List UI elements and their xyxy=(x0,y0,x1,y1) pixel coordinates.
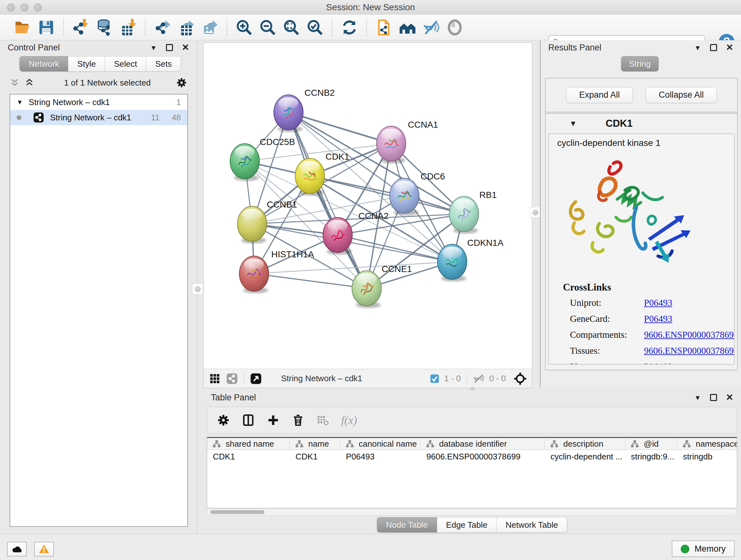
collapse-panel-icon[interactable]: ▼ xyxy=(694,394,701,401)
left-splitter-handle[interactable] xyxy=(192,284,203,294)
function-builder-icon[interactable]: f(x) xyxy=(341,414,357,427)
expand-all-networks-icon[interactable] xyxy=(24,78,35,87)
table-settings-icon[interactable] xyxy=(217,414,230,427)
pan-crosshair-icon[interactable] xyxy=(514,372,527,385)
tab-sets[interactable]: Sets xyxy=(146,56,181,71)
network-node-HIST1H1A[interactable]: HIST1H1A xyxy=(239,249,314,294)
clear-table-icon[interactable] xyxy=(316,414,330,427)
network-node-CDC6[interactable]: CDC6 xyxy=(390,172,445,215)
node-label: CDC6 xyxy=(421,172,445,181)
export-table-icon[interactable] xyxy=(178,19,195,36)
float-panel-icon[interactable] xyxy=(710,394,717,401)
crosslinks-heading: CrossLinks xyxy=(563,282,735,293)
crosslink-link[interactable]: P06493 xyxy=(644,298,672,308)
crosslink-link[interactable]: 9606.ENSP00000378699 xyxy=(644,346,735,356)
import-network-from-file-icon[interactable] xyxy=(72,19,89,36)
network-options-gear-icon[interactable] xyxy=(176,77,187,88)
tab-string[interactable]: String xyxy=(621,56,659,71)
table-cell: CDK1 xyxy=(207,452,290,462)
import-network-from-database-icon[interactable] xyxy=(96,19,113,36)
grid-view-icon[interactable] xyxy=(209,373,221,385)
zoom-in-icon[interactable] xyxy=(235,19,253,36)
tab-node-table[interactable]: Node Table xyxy=(377,517,437,533)
expand-all-button[interactable]: Expand All xyxy=(566,87,633,103)
gene-description: cyclin-dependent kinase 1 xyxy=(549,134,734,148)
tab-edge-table[interactable]: Edge Table xyxy=(437,517,497,533)
table-row[interactable]: CDK1CDK1P064939606.ENSP00000378699cyclin… xyxy=(207,450,737,463)
crosslink-row: Uniprot:P06493 xyxy=(563,298,735,308)
crosslink-label: Compartments: xyxy=(563,329,644,340)
network-node-CDKN1A[interactable]: CDKN1A xyxy=(437,238,503,282)
save-session-icon[interactable] xyxy=(38,19,55,36)
edge-count: 48 xyxy=(172,113,181,123)
collapse-panel-icon[interactable]: ▼ xyxy=(694,44,701,51)
network-node-RB1[interactable]: RB1 xyxy=(449,190,496,234)
column-header-databaseidentifier[interactable]: database identifier xyxy=(421,438,545,449)
export-image-icon[interactable] xyxy=(201,19,218,36)
network-tree-row[interactable]: ▼String Network – cdk11 xyxy=(10,95,187,110)
fit-content-icon[interactable] xyxy=(283,19,300,36)
column-header-namespace[interactable]: namespace xyxy=(677,438,737,449)
column-header-canonicalname[interactable]: canonical name xyxy=(340,438,421,449)
close-panel-icon[interactable]: ✕ xyxy=(726,43,733,52)
network-view-toolbar: String Network – cdk1 1 - 0 0 - 0 xyxy=(204,369,532,388)
import-table-from-file-icon[interactable] xyxy=(119,19,137,36)
hidden-eye-slash-icon[interactable] xyxy=(473,373,485,385)
close-panel-icon[interactable]: ✕ xyxy=(726,393,733,402)
network-node-CCNB2[interactable]: CCNB2 xyxy=(274,88,335,132)
zoom-selected-icon[interactable] xyxy=(307,19,324,36)
main-toolbar: ? xyxy=(0,15,741,40)
add-column-icon[interactable] xyxy=(266,414,280,427)
scrollbar-thumb[interactable] xyxy=(210,510,265,514)
table-horizontal-scrollbar[interactable] xyxy=(207,509,737,515)
gene-collapse-icon[interactable]: ▼ xyxy=(569,119,577,128)
column-header-id[interactable]: @id xyxy=(625,438,677,449)
close-window-button[interactable] xyxy=(7,3,15,11)
tree-expand-icon[interactable]: ▼ xyxy=(17,99,23,106)
export-network-icon[interactable] xyxy=(154,19,171,36)
warnings-button[interactable] xyxy=(34,542,54,557)
float-panel-icon[interactable] xyxy=(710,44,717,51)
crosslink-link[interactable]: P06493 xyxy=(644,361,672,365)
tab-network-table[interactable]: Network Table xyxy=(496,517,567,533)
string-protein-query-icon[interactable] xyxy=(399,19,416,36)
maximize-window-button[interactable] xyxy=(34,3,42,11)
tab-style[interactable]: Style xyxy=(68,56,105,71)
share-view-icon[interactable] xyxy=(226,373,238,385)
birdseye-view-icon[interactable] xyxy=(250,373,262,385)
table-panel: Table Panel ▼ ✕ f(x) shared namenamecano… xyxy=(203,390,741,534)
column-header-name[interactable]: name xyxy=(290,438,340,449)
network-node-CCNA1[interactable]: CCNA1 xyxy=(377,120,438,164)
delete-column-icon[interactable] xyxy=(291,414,305,427)
string-lens-icon[interactable] xyxy=(446,19,463,36)
refresh-view-icon[interactable] xyxy=(341,19,358,36)
network-node-CCNB1[interactable]: CCNB1 xyxy=(238,199,297,244)
cloud-status-button[interactable] xyxy=(7,542,27,557)
collapse-all-networks-icon[interactable] xyxy=(10,78,20,87)
collapse-panel-icon[interactable]: ▼ xyxy=(150,44,157,51)
column-header-description[interactable]: description xyxy=(545,438,625,449)
string-style-toggle-icon[interactable] xyxy=(422,19,440,36)
memory-button[interactable]: Memory xyxy=(672,541,735,557)
crosslink-link[interactable]: 9606.ENSP00000378699 xyxy=(644,329,735,340)
window-title: Session: New Session xyxy=(0,0,741,15)
right-splitter-handle[interactable] xyxy=(530,207,541,218)
tab-select[interactable]: Select xyxy=(105,56,146,71)
collapse-all-button[interactable]: Collapse All xyxy=(646,87,717,103)
open-session-icon[interactable] xyxy=(14,19,31,36)
import-string-network-icon[interactable] xyxy=(375,19,393,36)
table-tabs: Node TableEdge TableNetwork Table xyxy=(377,517,567,533)
crosslink-link[interactable]: P06493 xyxy=(644,314,672,324)
zoom-out-icon[interactable] xyxy=(259,19,276,36)
main-area: Control Panel ▼ ✕ NetworkStyleSelectSets… xyxy=(0,40,741,534)
network-node-CCNE1[interactable]: CCNE1 xyxy=(352,264,412,308)
float-panel-icon[interactable] xyxy=(166,44,173,51)
network-canvas[interactable]: CCNB2CCNA1CDC25BCDK1CDC6RB1CCNB1CCNA2CDK… xyxy=(204,43,532,368)
close-panel-icon[interactable]: ✕ xyxy=(182,43,189,52)
selected-checkbox-icon[interactable] xyxy=(429,374,440,384)
column-header-sharedname[interactable]: shared name xyxy=(207,438,290,449)
show-columns-icon[interactable] xyxy=(242,414,255,427)
minimize-window-button[interactable] xyxy=(20,3,28,11)
network-tree-row[interactable]: String Network – cdk11148 xyxy=(10,110,187,125)
tab-network[interactable]: Network xyxy=(19,56,68,71)
